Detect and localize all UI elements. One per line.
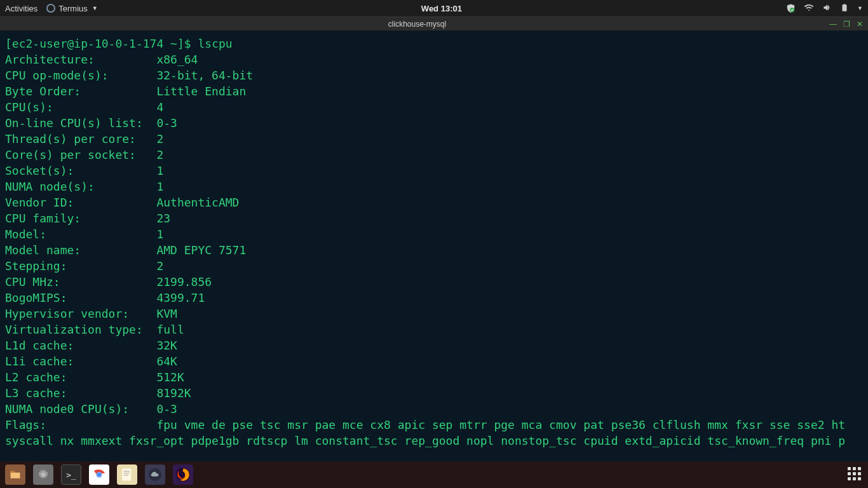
termius-app-icon xyxy=(46,4,55,13)
clock[interactable]: Wed 13:01 xyxy=(98,4,785,13)
termius-dock-icon[interactable] xyxy=(145,464,165,485)
window-title: clickhouse-mysql xyxy=(5,20,829,29)
wifi-icon xyxy=(804,3,814,14)
volume-icon xyxy=(822,3,832,14)
shield-icon xyxy=(785,3,796,14)
shell-prompt: [ec2-user@ip-10-0-1-174 ~]$ xyxy=(5,37,191,50)
show-applications-button[interactable] xyxy=(848,467,863,482)
system-settings-icon[interactable] xyxy=(33,464,53,485)
window-maximize-button[interactable]: ❐ xyxy=(843,20,850,29)
firefox-app-icon[interactable] xyxy=(173,464,193,485)
chevron-down-icon: ▼ xyxy=(92,5,98,11)
app-menu-label: Termius xyxy=(58,4,88,13)
terminal-output[interactable]: [ec2-user@ip-10-0-1-174 ~]$ lscpu Archit… xyxy=(0,30,868,461)
window-close-button[interactable]: ✕ xyxy=(857,20,863,29)
activities-button[interactable]: Activities xyxy=(5,4,37,13)
window-titlebar: clickhouse-mysql — ❐ ✕ xyxy=(0,17,868,30)
svg-rect-6 xyxy=(122,469,131,481)
window-minimize-button[interactable]: — xyxy=(829,20,837,29)
files-app-icon[interactable] xyxy=(5,464,25,485)
chrome-app-icon[interactable] xyxy=(89,464,109,485)
gnome-top-bar: Activities Termius ▼ Wed 13:01 ▼ xyxy=(0,0,868,17)
lscpu-output: Architecture: x86_64 CPU op-mode(s): 32-… xyxy=(5,53,845,447)
chevron-down-icon: ▼ xyxy=(857,5,863,11)
text-editor-icon[interactable] xyxy=(117,464,137,485)
app-menu[interactable]: Termius ▼ xyxy=(46,4,97,13)
dock: >_ xyxy=(0,461,868,488)
system-tray[interactable]: ▼ xyxy=(785,3,863,14)
terminal-app-icon[interactable]: >_ xyxy=(61,464,81,485)
command-entered: lscpu xyxy=(198,37,232,50)
battery-icon xyxy=(839,3,850,14)
